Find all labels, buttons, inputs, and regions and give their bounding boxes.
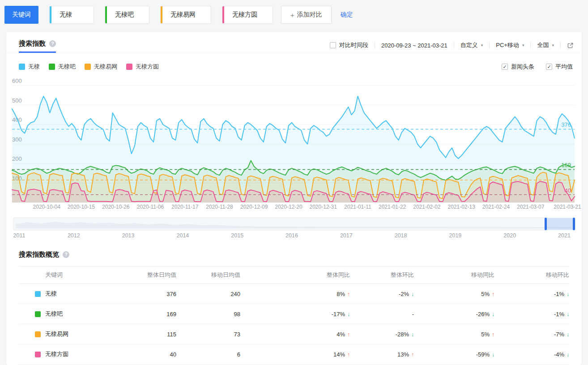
timeline-slider[interactable]: [13, 218, 574, 230]
overall-mom-cell: -28%↓: [350, 331, 414, 338]
search-index-title: 搜索指数: [19, 39, 46, 48]
overall-yoy-cell: 4%↑: [240, 331, 350, 338]
add-compare-button[interactable]: + 添加对比: [281, 6, 332, 24]
average-label: 平均值: [555, 63, 573, 71]
overall-avg-cell: 115: [131, 331, 176, 338]
overview-section-title: 搜索指数概览 ?: [19, 250, 69, 259]
checkbox-checked-icon[interactable]: ✓: [502, 64, 508, 70]
region-label: 全国: [537, 41, 549, 49]
legend-label: 无棣: [28, 63, 40, 71]
legend-swatch: [126, 64, 132, 70]
overall-avg-cell: 40: [131, 351, 176, 358]
overall-mom-cell: -2%↓: [350, 291, 414, 297]
mobile-yoy-cell: 5%↑: [414, 291, 494, 297]
year-label: 2019: [449, 232, 461, 239]
svg-text:2021-02-13: 2021-02-13: [448, 204, 476, 210]
help-icon[interactable]: ?: [49, 40, 56, 47]
tab-search-index[interactable]: 搜索指数 ?: [19, 39, 56, 53]
keyword-chip-3[interactable]: 无棣易网: [160, 6, 211, 24]
chart-legend: 无棣 无棣吧 无棣易网 无棣方圆: [19, 63, 168, 71]
col-header: 关键词: [19, 271, 131, 279]
custom-range-label: 自定义: [460, 41, 478, 49]
year-label: 2011: [13, 232, 26, 239]
trend-arrow-icon: ↓: [567, 291, 569, 297]
svg-text:2021-01-11: 2021-01-11: [344, 204, 371, 210]
svg-text:40: 40: [565, 187, 571, 194]
overview-title-text: 搜索指数概览: [19, 250, 59, 259]
mobile-mom-cell: -7%↓: [494, 331, 569, 338]
svg-text:376: 376: [561, 121, 571, 128]
keyword-chip-label: 无棣易网: [170, 11, 196, 19]
region-dropdown[interactable]: 全国 ▾: [537, 41, 554, 49]
legend-swatch: [49, 64, 55, 70]
divider: [489, 42, 490, 48]
legend-item-2[interactable]: 无棣吧: [49, 63, 76, 71]
overall-yoy-cell: 14%↑: [240, 351, 350, 358]
keyword-chip-4[interactable]: 无棣方圆: [222, 6, 273, 24]
legend-item-4[interactable]: 无棣方圆: [126, 63, 159, 71]
svg-text:2020-10-26: 2020-10-26: [102, 204, 130, 210]
svg-text:2020-11-06: 2020-11-06: [137, 204, 164, 210]
legend-swatch: [19, 64, 25, 70]
help-icon[interactable]: ?: [63, 251, 69, 258]
compare-period-label: 对比时间段: [339, 41, 368, 49]
keyword-swatch: [35, 331, 41, 337]
news-headlines-checkbox[interactable]: ✓ 新闻头条: [502, 63, 534, 71]
year-label: 2017: [340, 232, 353, 239]
checkbox-icon[interactable]: [330, 42, 336, 48]
checkbox-checked-icon[interactable]: ✓: [546, 64, 552, 70]
confirm-link[interactable]: 确定: [341, 11, 353, 19]
chevron-down-icon: ▾: [522, 43, 524, 47]
divider: [375, 42, 375, 48]
average-checkbox[interactable]: ✓ 平均值: [546, 63, 573, 71]
trend-arrow-icon: ↓: [567, 331, 569, 338]
keyword-chip-2[interactable]: 无棣吧: [105, 6, 149, 24]
slider-right-handle[interactable]: [573, 218, 575, 230]
col-header: 移动同比: [414, 271, 494, 279]
mobile-mom-cell: -1%↓: [494, 311, 569, 318]
keyword-chip-1[interactable]: 无棣: [49, 6, 94, 24]
col-header: 移动日均值: [176, 271, 240, 279]
keyword-color-bar: [222, 6, 224, 23]
legend-swatch: [85, 64, 91, 70]
timeline-year-labels: 2011201220132014201520162017201820192020…: [13, 232, 574, 240]
svg-text:2020-10-15: 2020-10-15: [68, 204, 95, 210]
col-header: 整体同比: [240, 271, 350, 279]
chevron-down-icon: ▾: [481, 43, 483, 47]
trend-chart[interactable]: 1002003004005006002020-10-042020-10-1520…: [6, 76, 582, 215]
year-label: 2020: [503, 232, 516, 239]
compare-period-checkbox[interactable]: 对比时间段: [330, 41, 368, 49]
device-dropdown[interactable]: PC+移动 ▾: [496, 41, 524, 49]
plus-icon: +: [290, 11, 294, 19]
external-link-icon[interactable]: [567, 42, 574, 49]
keyword-color-bar: [161, 6, 162, 23]
svg-text:2020-11-28: 2020-11-28: [206, 204, 233, 210]
legend-item-3[interactable]: 无棣易网: [85, 63, 117, 71]
device-label: PC+移动: [496, 41, 519, 49]
mobile-avg-cell: 73: [176, 331, 240, 338]
legend-item-1[interactable]: 无棣: [19, 63, 40, 71]
custom-range-dropdown[interactable]: 自定义 ▾: [460, 41, 483, 49]
keyword-swatch: [35, 311, 41, 317]
keyword-cell: 无棣方圆: [45, 350, 68, 358]
svg-text:2020-12-09: 2020-12-09: [240, 204, 268, 210]
svg-text:2021-03-07: 2021-03-07: [517, 204, 545, 210]
svg-text:2021-02-02: 2021-02-02: [413, 204, 441, 210]
slider-left-handle[interactable]: [545, 218, 547, 230]
svg-text:169: 169: [561, 162, 571, 168]
keyword-button[interactable]: 关键词: [4, 6, 38, 24]
mobile-mom-cell: -4%↓: [494, 351, 569, 358]
search-index-panel: 搜索指数 ? 对比时间段 2020-09-23 ~ 2021-03-21 自定义…: [6, 32, 582, 365]
date-range-picker[interactable]: 2020-09-23 ~ 2021-03-21: [381, 42, 447, 49]
table-row: 无棣方圆 40 6 14%↑ 13%↑ -59%↓ -4%↓: [19, 344, 569, 365]
add-compare-label: 添加对比: [297, 11, 322, 19]
divider: [530, 42, 531, 48]
chevron-down-icon: ▾: [552, 43, 554, 47]
divider: [454, 42, 454, 48]
mobile-yoy-cell: -26%↓: [414, 311, 494, 318]
svg-text:600: 600: [12, 77, 22, 84]
table-row: 无棣易网 115 73 4%↑ -28%↓ 5%↑ -7%↓: [19, 324, 569, 344]
slider-selected-range[interactable]: [545, 218, 574, 230]
chart-controls: 对比时间段 2020-09-23 ~ 2021-03-21 自定义 ▾ PC+移…: [330, 41, 574, 49]
keyword-cell: 无棣吧: [45, 310, 63, 318]
